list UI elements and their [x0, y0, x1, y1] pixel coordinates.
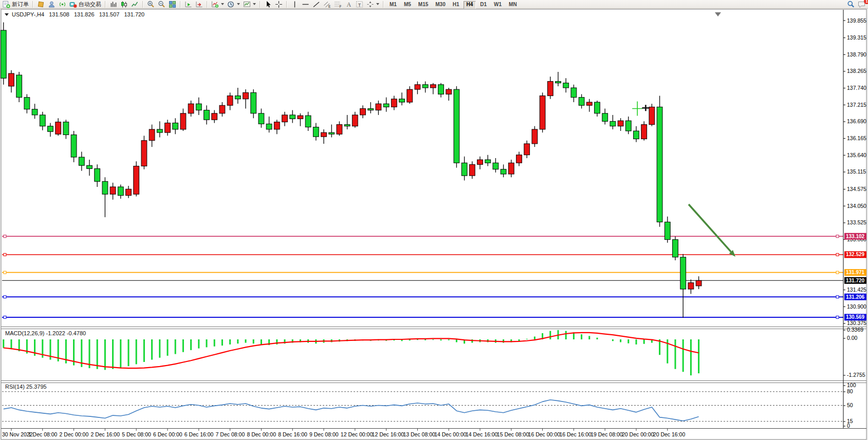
- text-button[interactable]: A: [343, 0, 354, 8]
- price-chart-canvas[interactable]: 139.855139.315138.790138.265137.740137.2…: [0, 9, 868, 440]
- new-order-icon: [3, 1, 10, 8]
- templates-button[interactable]: [242, 0, 257, 8]
- profiles-icon: [48, 1, 56, 8]
- signals-button[interactable]: [57, 0, 68, 8]
- chart-window-frame: [1, 9, 866, 439]
- svg-text:130.375: 130.375: [847, 320, 866, 326]
- auto-scroll-button[interactable]: [183, 0, 194, 8]
- svg-text:19 Dec 08:00: 19 Dec 08:00: [590, 431, 623, 437]
- timeframe-button-mn[interactable]: MN: [506, 1, 520, 9]
- timeframe-button-w1[interactable]: W1: [491, 1, 505, 9]
- chart-shift-icon: [195, 1, 203, 8]
- svg-text:16 Dec 16:00: 16 Dec 16:00: [559, 431, 592, 437]
- trendline-icon: [312, 1, 320, 8]
- svg-text:133.525: 133.525: [847, 219, 866, 225]
- line-chart-button[interactable]: [130, 0, 140, 8]
- crosshair-button[interactable]: [273, 0, 284, 8]
- horizontal-line-icon: [302, 1, 309, 8]
- svg-text:12 Dec 16:00: 12 Dec 16:00: [372, 431, 404, 437]
- horizontal-line-button[interactable]: [300, 0, 311, 8]
- periods-button[interactable]: [226, 0, 242, 8]
- auto-trading-label: 自动交易: [79, 1, 101, 8]
- trendline-button[interactable]: [311, 0, 322, 8]
- search-button[interactable]: [845, 0, 856, 8]
- zoom-out-button[interactable]: [156, 0, 167, 8]
- toolbar-separator: [142, 1, 143, 8]
- toolbar-separator: [286, 1, 287, 8]
- vertical-line-button[interactable]: [289, 0, 300, 8]
- timeframe-button-m30[interactable]: M30: [432, 1, 448, 9]
- level-handle: [4, 316, 6, 318]
- auto-scroll-icon: [184, 1, 192, 8]
- new-order-label: 新订单: [12, 1, 29, 8]
- dropdown-caret-icon: [221, 3, 224, 5]
- bar-chart-button[interactable]: [108, 0, 119, 8]
- signals-icon: [59, 1, 66, 8]
- svg-text:8 Dec 00:00: 8 Dec 00:00: [247, 431, 276, 437]
- fibonacci-icon: F: [334, 1, 342, 8]
- timeframe-toolbar: M1M5M15M30H1H4D1W1MN: [386, 0, 521, 9]
- dropdown-caret-icon: [376, 3, 379, 5]
- svg-text:20 Dec 00:00: 20 Dec 00:00: [622, 431, 654, 437]
- zoom-in-icon: [147, 1, 155, 8]
- svg-text:A: A: [347, 1, 352, 8]
- timeframe-button-m15[interactable]: M15: [415, 1, 431, 9]
- svg-text:0.00: 0.00: [847, 335, 858, 341]
- level-handle: [836, 271, 839, 274]
- main-toolbar: 新订单 自动交易 E F A T: [0, 0, 868, 9]
- tile-windows-button[interactable]: [167, 0, 178, 8]
- auto-trading-button[interactable]: 自动交易: [68, 0, 103, 8]
- toolbar-separator: [180, 1, 181, 8]
- svg-text:136.690: 136.690: [847, 118, 866, 124]
- svg-text:F: F: [340, 5, 342, 8]
- timeframe-button-m5[interactable]: M5: [401, 1, 414, 9]
- notifications-button[interactable]: 1: [856, 0, 867, 8]
- svg-text:13 Dec 08:00: 13 Dec 08:00: [403, 431, 435, 437]
- periods-clock-icon: [227, 1, 235, 8]
- line-chart-icon: [131, 1, 139, 8]
- timeframe-button-h1[interactable]: H1: [450, 1, 463, 9]
- mt4-application-window: 新订单 自动交易 E F A T: [0, 0, 868, 440]
- svg-text:E: E: [328, 4, 331, 8]
- svg-text:0: 0: [847, 423, 850, 429]
- new-order-button[interactable]: 新订单: [1, 0, 30, 8]
- chart-window-icon: [37, 1, 45, 8]
- cursor-icon: [264, 1, 272, 8]
- svg-text:130.900: 130.900: [847, 303, 866, 310]
- fibonacci-button[interactable]: F: [333, 0, 343, 8]
- toolbar-separator: [32, 1, 33, 8]
- candlestick-chart-button[interactable]: [119, 0, 130, 8]
- svg-text:80: 80: [847, 388, 853, 394]
- level-handle: [836, 253, 839, 256]
- svg-text:9 Dec 08:00: 9 Dec 08:00: [309, 431, 339, 437]
- timeframe-button-d1[interactable]: D1: [477, 1, 490, 9]
- templates-icon: [243, 1, 251, 8]
- svg-text:134.575: 134.575: [847, 186, 866, 192]
- chart-shift-button[interactable]: [194, 0, 205, 8]
- svg-text:137.740: 137.740: [847, 85, 866, 91]
- svg-text:2 Dec 16:00: 2 Dec 16:00: [90, 431, 120, 437]
- level-handle: [836, 316, 839, 318]
- profiles-button[interactable]: [46, 0, 57, 8]
- auto-trading-icon: [69, 1, 77, 8]
- svg-text:5 Dec 08:00: 5 Dec 08:00: [122, 431, 151, 437]
- level-handle: [4, 253, 6, 256]
- timeframe-button-h4[interactable]: H4: [464, 1, 476, 9]
- text-label-button[interactable]: T: [354, 0, 365, 8]
- svg-text:139.315: 139.315: [847, 34, 866, 41]
- text-icon: A: [345, 1, 353, 8]
- notification-badge: 1: [864, 0, 868, 4]
- timeframe-button-m1[interactable]: M1: [386, 1, 400, 9]
- svg-text:6 Dec 16:00: 6 Dec 16:00: [184, 431, 214, 437]
- arrow-objects-button[interactable]: [365, 0, 381, 8]
- indicators-button[interactable]: [210, 0, 226, 8]
- vertical-line-icon: [291, 1, 299, 8]
- level-handle: [4, 271, 6, 274]
- cursor-button[interactable]: [263, 0, 273, 8]
- zoom-in-button[interactable]: [145, 0, 156, 8]
- chart-window[interactable]: 139.855139.315138.790138.265137.740137.2…: [0, 9, 868, 440]
- equidistant-channel-button[interactable]: E: [322, 0, 333, 8]
- crosshair-icon: [275, 1, 283, 8]
- chart-window-button[interactable]: [35, 0, 46, 8]
- svg-text:130.569: 130.569: [846, 314, 865, 320]
